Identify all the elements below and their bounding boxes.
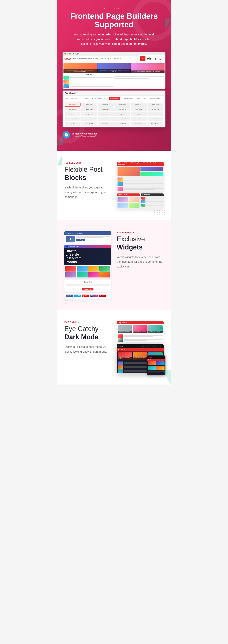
grid-item-9[interactable]: Newsy Grid 9 (98, 108, 114, 112)
social-youtube[interactable]: ▶ 789 (82, 294, 89, 297)
tab-wordpress[interactable]: WordPress Widgets (90, 97, 107, 100)
block-item-2[interactable]: Newsy Block 2 (114, 117, 130, 121)
tab-grids[interactable]: Newsy Grids (109, 97, 120, 100)
grid-item-6[interactable]: Newsy Grid 6 (147, 102, 163, 107)
grid-item-3[interactable]: Newsy Grid 3 (98, 102, 114, 107)
block-item-5[interactable]: Newsy Block 5 (65, 122, 81, 126)
tab-all[interactable]: All (65, 97, 69, 100)
widgets-label: +10 ELEMENTS (117, 231, 164, 234)
dark-site-name: Newsy (118, 345, 123, 347)
list-item-d2[interactable]: Newsy List 2 (147, 112, 163, 116)
social-facebook[interactable]: f 1.2K (66, 294, 73, 297)
nav-entertainment: ENTERTAINMENT (79, 58, 92, 60)
preview-col (140, 166, 163, 176)
exclusive-widgets-layout: 📘 Like us on Facebook f Like Page 📸 Inst… (64, 231, 164, 299)
block-item-4[interactable]: Newsy Block 4 (147, 117, 163, 121)
wpbakery-icon (63, 131, 70, 138)
tab-structure[interactable]: Structure (80, 97, 89, 100)
nav-news: NEWS (73, 58, 78, 60)
light-cap-2: 13 Classic Princess Fairytales... (133, 331, 147, 333)
widgets-title-bold: Widgets (117, 244, 164, 251)
tab-lists[interactable]: Newsy Lists (136, 97, 147, 100)
preview-3-list (141, 196, 164, 207)
exclusive-widgets-section: 📘 Like us on Facebook f Like Page 📸 Inst… (57, 220, 171, 310)
dots-decoration-1 (154, 210, 165, 214)
grid-item-10[interactable]: Newsy Grid 10 (114, 108, 130, 112)
nav-quiz: QUIZ (108, 58, 111, 60)
phone-line-4 (148, 374, 158, 374)
light-list-2 (118, 338, 163, 342)
list-line-5 (124, 188, 163, 189)
social-pinterest[interactable]: P 321 (99, 294, 106, 297)
grid-item-7[interactable]: Newsy Grid 7 (65, 108, 81, 112)
tab-content[interactable]: Content (70, 97, 79, 100)
slider-item-3[interactable]: Newsy Slider 3 (98, 112, 114, 116)
widget-instagram: 📸 Instagram Feed How toLifestyleInstagra… (64, 245, 111, 278)
featured-1: 19 Ridiculous Animal Memes That Prove We… (63, 63, 97, 73)
meta-line-3 (114, 80, 165, 80)
block-item-10[interactable]: Newsy Block 10 (147, 122, 163, 126)
social-instagram[interactable]: 📷 2.1K (90, 294, 98, 297)
dark-nav-items: NEWS ENTERTAINMENT FUNNY (141, 345, 162, 347)
social-twitter[interactable]: 🐦 456 (74, 294, 81, 297)
tab-stories[interactable]: Newsy Stories (149, 97, 162, 100)
phone-img-3 (148, 366, 156, 370)
list-item-1 (63, 76, 114, 80)
block-item-9[interactable]: Newsy Block 9 (131, 122, 147, 126)
list-line-3 (124, 184, 163, 184)
list-line-2 (124, 180, 151, 180)
block-item-7[interactable]: Newsy Block 7 (98, 122, 114, 126)
newsletter-input[interactable] (66, 284, 110, 286)
insta-5 (65, 272, 76, 278)
light-cap-1: 19 Ridiculous Animal Memes... (118, 331, 132, 333)
grid-item-1[interactable]: Newsy Grid 1 (65, 102, 81, 107)
preview-list-row-3 (117, 187, 163, 191)
grid-item-12[interactable]: Newsy Grid 12 (147, 108, 163, 112)
ll-text-2 (124, 339, 163, 341)
grid-item-11[interactable]: Newsy Grid 11 (131, 108, 147, 112)
list-text-3 (69, 86, 114, 86)
grid-item-5[interactable]: Newsy Grid 5 (131, 102, 147, 107)
tab-sliders[interactable]: Newsy Sliders (122, 97, 134, 100)
dialog-grid: Newsy Grid 1 Newsy Grid 2 Newsy Grid 3 N… (63, 101, 165, 128)
list-item-d3[interactable]: Newsy List 3 (65, 117, 81, 121)
slider-item-1[interactable]: Newsy Slider 1 (65, 112, 81, 116)
dn-news: NEWS (141, 345, 145, 347)
easier-text: easier (112, 42, 120, 45)
p3-text-2 (146, 201, 163, 202)
grid-item-8[interactable]: Newsy Grid 8 (81, 108, 97, 112)
dn-entertainment: ENTERTAINMENT (146, 345, 157, 347)
list-thumb-2 (117, 182, 123, 186)
insta-8 (99, 272, 110, 278)
social-widget: f 1.2K 🐦 456 ▶ 789 📷 2.1K P 321 (64, 293, 111, 299)
list-item-d4[interactable]: Newsy List 4 (81, 117, 97, 121)
nav-funny: FUNNY (93, 58, 98, 60)
light-grid: 19 Ridiculous Animal Memes... 13 Classic… (117, 324, 164, 334)
like-btn[interactable]: Like Page (76, 239, 85, 241)
list-content-2 (124, 184, 163, 185)
block-item-6[interactable]: Newsy Block 6 (81, 122, 97, 126)
list-item-2 (63, 80, 114, 84)
dark-img-2: 19 Brilliant Money Tips That Will Have..… (133, 352, 147, 360)
newsletter-submit[interactable]: SUBSCRIBE (82, 288, 94, 290)
list-line-6 (124, 190, 155, 190)
preview-list-row-2 (117, 182, 163, 186)
grid-item-2[interactable]: Newsy Grid 2 (81, 102, 97, 107)
nav-logo: Newsy (64, 58, 71, 60)
block-item-1[interactable]: Newsy Block 1 (98, 117, 114, 121)
thumb-3 (63, 84, 69, 88)
slider-item-4[interactable]: Newsy Slider 4 (114, 112, 130, 116)
dot-red (64, 53, 66, 54)
dialog-close[interactable]: ✕ (162, 92, 163, 94)
block-item-3[interactable]: Newsy Block 3 (131, 117, 147, 121)
svg-point-2 (65, 133, 68, 136)
block-item-8[interactable]: Newsy Block 8 (114, 122, 130, 126)
nav-poll: POLL (117, 58, 121, 60)
p3-text-1 (146, 198, 163, 198)
p3-thumb-1 (141, 196, 145, 200)
list-line-4 (124, 184, 147, 185)
build-easily-label: BUILD EASILY (63, 8, 165, 10)
list-item-d1[interactable]: Newsy List 1 (131, 112, 147, 116)
slider-item-2[interactable]: Newsy Slider 2 (81, 112, 97, 116)
grid-item-4[interactable]: Newsy Grid 4 (114, 102, 130, 107)
